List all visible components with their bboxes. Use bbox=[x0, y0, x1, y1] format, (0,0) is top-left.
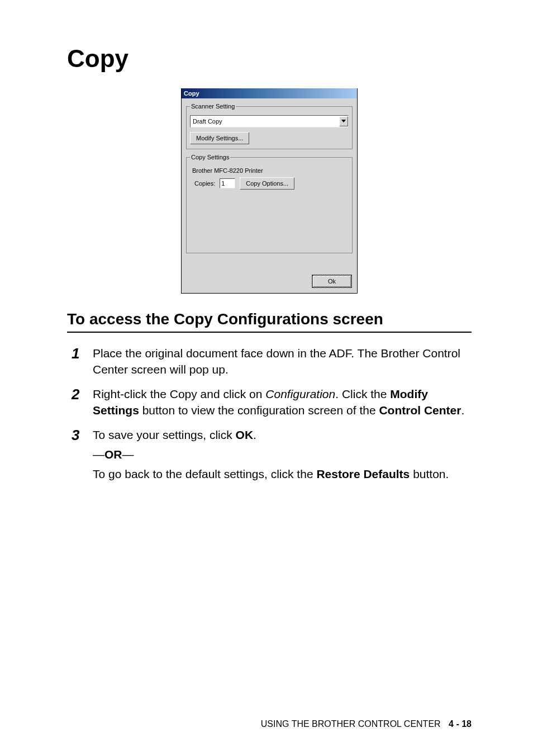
modify-settings-button[interactable]: Modify Settings... bbox=[190, 132, 249, 144]
ok-button[interactable]: Ok bbox=[312, 275, 351, 287]
printer-name-text: Brother MFC-8220 Printer bbox=[192, 167, 349, 174]
dialog-titlebar: Copy bbox=[182, 88, 357, 98]
step-3-number: 3 bbox=[67, 427, 93, 483]
dialog-title: Copy bbox=[184, 90, 199, 97]
scanner-setting-legend: Scanner Setting bbox=[190, 103, 236, 110]
footer-text: USING THE BROTHER CONTROL CENTER bbox=[261, 719, 441, 729]
steps-list: 1 Place the original document face down … bbox=[67, 345, 472, 483]
scanner-setting-group: Scanner Setting Draft Copy Modify Settin… bbox=[186, 103, 353, 149]
svg-marker-0 bbox=[341, 120, 346, 122]
copies-label: Copies: bbox=[194, 180, 215, 187]
dialog-figure: Copy Scanner Setting Draft Copy Modify S… bbox=[67, 88, 472, 294]
copy-settings-group: Copy Settings Brother MFC-8220 Printer C… bbox=[186, 154, 353, 253]
scanner-setting-value: Draft Copy bbox=[193, 118, 222, 125]
step-2-number: 2 bbox=[67, 386, 93, 419]
copy-settings-legend: Copy Settings bbox=[190, 154, 230, 160]
copy-options-button[interactable]: Copy Options... bbox=[240, 177, 294, 190]
step-3-text: To save your settings, click OK. —OR— To… bbox=[93, 427, 449, 483]
step-1-number: 1 bbox=[67, 345, 93, 378]
step-2-text: Right-click the Copy and click on Config… bbox=[93, 386, 472, 419]
footer-section: 4 - 18 bbox=[449, 719, 472, 729]
step-2: 2 Right-click the Copy and click on Conf… bbox=[67, 386, 472, 419]
section-heading: To access the Copy Configurations screen bbox=[67, 310, 472, 328]
chevron-down-icon[interactable] bbox=[339, 116, 348, 126]
scanner-setting-combo[interactable]: Draft Copy bbox=[190, 115, 349, 127]
step-3: 3 To save your settings, click OK. —OR— … bbox=[67, 427, 472, 483]
page-title: Copy bbox=[67, 45, 472, 73]
copies-input[interactable] bbox=[220, 178, 235, 188]
section-heading-rule: To access the Copy Configurations screen bbox=[67, 310, 472, 333]
page-footer: USING THE BROTHER CONTROL CENTER 4 - 18 bbox=[261, 719, 472, 729]
copy-dialog: Copy Scanner Setting Draft Copy Modify S… bbox=[181, 88, 358, 294]
step-1: 1 Place the original document face down … bbox=[67, 345, 472, 378]
step-1-text: Place the original document face down in… bbox=[93, 345, 472, 378]
